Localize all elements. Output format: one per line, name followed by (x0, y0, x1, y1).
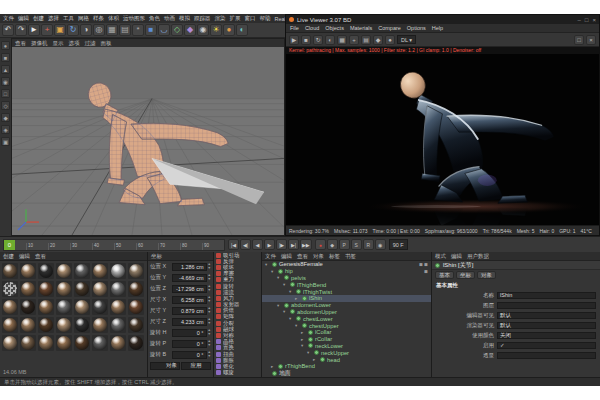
toolbar-icon[interactable]: ▤ (119, 24, 131, 36)
expand-arrow-icon[interactable]: ▾ (289, 289, 294, 294)
menu-item[interactable]: 窗口 (245, 15, 256, 22)
toolbar-icon[interactable]: ☀ (210, 24, 222, 36)
material-menu-item[interactable]: 查看 (35, 253, 46, 260)
mode-icon[interactable]: ▣ (1, 137, 10, 146)
tree-row[interactable]: ▾ lThighTwist (262, 288, 431, 295)
material-thumbnail[interactable] (20, 317, 36, 333)
material-thumbnail[interactable] (74, 317, 90, 333)
tree-row[interactable]: ▾ chestUpper (262, 322, 431, 329)
attribute-tab[interactable]: 基本 (435, 271, 454, 279)
material-thumbnail[interactable] (2, 281, 18, 297)
window-button[interactable]: × (592, 17, 596, 23)
lv-toolbar-icon[interactable]: ▦ (337, 35, 347, 45)
coordinate-space-dropdown[interactable]: 对象 (150, 362, 180, 370)
material-thumbnail[interactable] (110, 281, 126, 297)
tree-row[interactable]: ▾ hip ◼ (262, 268, 431, 275)
material-thumbnail[interactable] (92, 281, 108, 297)
render-canvas[interactable] (286, 54, 599, 225)
viewport-menu-item[interactable]: 摄像机 (31, 40, 48, 47)
menu-item[interactable]: 文件 (3, 15, 14, 22)
menu-item[interactable]: 动画 (164, 15, 175, 22)
menu-item[interactable]: 运动图形 (123, 15, 145, 22)
menu-item[interactable]: 跟踪器 (194, 15, 211, 22)
material-thumbnail[interactable] (56, 317, 72, 333)
menu-item[interactable]: 帮助 (260, 15, 271, 22)
expand-arrow-icon[interactable]: ▾ (283, 282, 288, 287)
lv-toolbar-icon[interactable]: ▤ (361, 35, 371, 45)
value-stepper[interactable]: ▲▼ (208, 274, 211, 281)
menu-item[interactable]: 创建 (33, 15, 44, 22)
attribute-tab[interactable]: 坐标 (456, 271, 475, 279)
expand-arrow-icon[interactable]: ▸ (313, 357, 318, 362)
tree-row[interactable]: ▾ pelvis (262, 275, 431, 282)
lv-toolbar-icon[interactable]: ▶ (289, 35, 299, 45)
material-thumbnail[interactable] (56, 299, 72, 315)
timeline-ruler[interactable]: 0102030405060708090 0 (3, 239, 225, 251)
material-thumbnail[interactable] (110, 299, 126, 315)
force-item[interactable]: 螺旋 (214, 370, 261, 376)
material-thumbnail[interactable] (92, 263, 108, 279)
transport-button[interactable]: ◀ (252, 239, 263, 250)
menu-item[interactable]: 编辑 (18, 15, 29, 22)
coordinate-value-field[interactable]: 0 ° (172, 329, 207, 337)
menu-item[interactable]: RealFlow (275, 16, 286, 22)
mode-icon[interactable]: ◇ (1, 101, 10, 110)
toolbar-icon[interactable]: ◐ (236, 24, 248, 36)
end-frame-field[interactable]: 90 F (389, 239, 408, 250)
viewport-menu-item[interactable]: 显示 (53, 40, 64, 47)
coordinate-value-field[interactable]: -17.298 cm (172, 285, 207, 293)
coordinate-value-field[interactable]: -4.669 cm (172, 274, 207, 282)
record-button[interactable]: ● (315, 239, 326, 250)
lv-toolbar-icon[interactable]: ■ (301, 35, 311, 45)
window-button[interactable]: – (578, 17, 581, 23)
material-thumbnail[interactable] (56, 263, 72, 279)
viewport-canvas[interactable] (12, 47, 284, 235)
value-stepper[interactable]: ▲▼ (208, 285, 211, 292)
transport-button[interactable]: |▶ (276, 239, 287, 250)
menu-item[interactable]: 扩展 (230, 15, 241, 22)
expand-arrow-icon[interactable]: ▸ (301, 330, 306, 335)
attribute-value-field[interactable] (497, 352, 596, 359)
value-stepper[interactable]: ▲▼ (208, 351, 211, 358)
material-thumbnail[interactable] (38, 281, 54, 297)
menu-item[interactable]: 选择 (48, 15, 59, 22)
material-thumbnail[interactable] (20, 299, 36, 315)
viewport-menu-item[interactable]: 过滤 (85, 40, 96, 47)
tree-row[interactable]: ▾ neckUpper (262, 349, 431, 356)
tree-row[interactable]: ▾ abdomenLower (262, 302, 431, 309)
transport-button[interactable]: ▶ (264, 239, 275, 250)
tree-row[interactable]: ▾ Genesis8Female ◼ ◼ (262, 261, 431, 268)
coordinate-value-field[interactable]: 0 ° (172, 340, 207, 348)
material-thumbnail[interactable] (20, 281, 36, 297)
material-thumbnail[interactable] (2, 317, 18, 333)
tree-row[interactable]: ▸ rCollar (262, 336, 431, 343)
expand-arrow-icon[interactable]: ▾ (289, 316, 294, 321)
object-manager-menu-item[interactable]: 对象 (313, 253, 324, 260)
attribute-value-field[interactable]: lShin (497, 292, 596, 299)
toolbar-icon[interactable]: ◎ (93, 24, 105, 36)
coordinate-value-field[interactable]: 0.879 cm (172, 307, 207, 315)
object-manager-menu-item[interactable]: 书签 (345, 253, 356, 260)
attribute-value-field[interactable] (497, 302, 596, 309)
tree-row[interactable]: ▾ neckLower (262, 343, 431, 350)
tree-row[interactable]: 地面 (262, 370, 431, 377)
material-thumbnail[interactable] (128, 263, 144, 279)
material-thumbnail[interactable] (92, 335, 108, 351)
toolbar-icon[interactable]: ● (223, 24, 235, 36)
material-thumbnail[interactable] (38, 299, 54, 315)
expand-arrow-icon[interactable]: ▾ (301, 343, 306, 348)
live-viewer-menu-item[interactable]: Objects (325, 25, 344, 31)
live-viewer-menu-item[interactable]: Compare (378, 25, 401, 31)
mode-icon[interactable]: ◉ (1, 77, 10, 86)
window-button[interactable]: □ (585, 17, 589, 23)
transport-button[interactable]: |◀ (228, 239, 239, 250)
coordinate-value-field[interactable]: 1.286 cm (172, 263, 207, 271)
expand-arrow-icon[interactable]: ▸ (301, 337, 306, 342)
record-button[interactable]: ◉ (375, 239, 386, 250)
material-thumbnail[interactable] (2, 263, 18, 279)
kernel-dropdown[interactable]: DL ▾ (397, 35, 416, 44)
attribute-menu-item[interactable]: 用户数据 (467, 253, 489, 260)
transport-button[interactable]: ▶▶ (300, 239, 312, 250)
material-thumbnail[interactable] (128, 317, 144, 333)
tree-row[interactable]: ▸ lCollar (262, 329, 431, 336)
